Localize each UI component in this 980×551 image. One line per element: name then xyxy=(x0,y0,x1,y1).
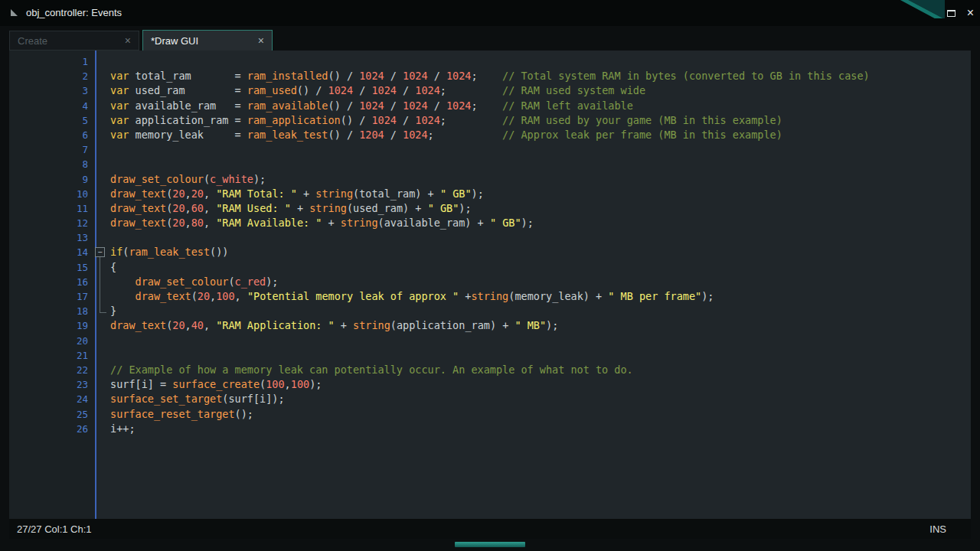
code-line: 15{ xyxy=(9,260,971,275)
code-text[interactable]: // Example of how a memory leak can pote… xyxy=(110,363,633,377)
line-number[interactable]: 22 xyxy=(9,363,90,377)
fold-column xyxy=(90,142,110,157)
code-text[interactable]: surf[i] = surface_create(100,100); xyxy=(110,377,322,392)
line-number[interactable]: 20 xyxy=(9,334,90,348)
fold-column xyxy=(90,172,110,187)
line-number[interactable]: 14 xyxy=(9,245,90,259)
line-number[interactable]: 5 xyxy=(9,113,90,128)
code-text[interactable]: draw_text(20,40, "RAM Application: " + s… xyxy=(110,318,558,333)
fold-column xyxy=(90,377,110,392)
line-number[interactable]: 3 xyxy=(9,83,90,98)
line-number[interactable]: 23 xyxy=(9,377,90,392)
fold-column xyxy=(90,201,110,216)
code-line: 6var memory_leak = ram_leak_test() / 120… xyxy=(9,128,971,142)
insert-mode-indicator: INS xyxy=(929,523,946,535)
code-line: 5var application_ram = ram_application()… xyxy=(9,113,971,128)
code-line: 16 draw_set_colour(c_red); xyxy=(9,275,971,289)
code-line: 9draw_set_colour(c_white); xyxy=(9,172,971,187)
code-text[interactable]: var memory_leak = ram_leak_test() / 1204… xyxy=(110,128,782,142)
code-text[interactable]: surface_set_target(surf[i]); xyxy=(110,392,285,406)
code-text[interactable]: draw_text(20,60, "RAM Used: " + string(u… xyxy=(110,201,472,216)
maximize-button[interactable] xyxy=(946,7,958,19)
tab-strip: Create × *Draw GUI × xyxy=(9,30,971,51)
code-text[interactable]: draw_text(20,80, "RAM Available: " + str… xyxy=(110,216,534,230)
code-text[interactable]: draw_text(20,20, "RAM Total: " + string(… xyxy=(110,187,484,201)
fold-column xyxy=(90,69,110,83)
code-text[interactable]: draw_set_colour(c_red); xyxy=(110,275,278,289)
gamemaker-window: obj_controller: Events × Create × *Draw … xyxy=(0,0,980,551)
fold-column xyxy=(90,187,110,201)
code-text[interactable]: var total_ram = ram_installed() / 1024 /… xyxy=(110,69,870,83)
code-text[interactable]: if(ram_leak_test()) xyxy=(110,245,228,259)
title-bar: obj_controller: Events × xyxy=(0,0,980,26)
code-text[interactable]: { xyxy=(110,260,116,275)
code-line: 2var total_ram = ram_installed() / 1024 … xyxy=(9,69,971,83)
line-number[interactable]: 21 xyxy=(9,348,90,363)
line-number[interactable]: 25 xyxy=(9,407,90,422)
code-text[interactable]: draw_set_colour(c_white); xyxy=(110,172,266,187)
tab-label: Create xyxy=(18,35,120,47)
fold-column xyxy=(90,230,110,245)
code-text[interactable]: var available_ram = ram_available() / 10… xyxy=(110,99,633,113)
code-line: 24surface_set_target(surf[i]); xyxy=(9,392,971,406)
code-text[interactable]: surface_reset_target(); xyxy=(110,407,253,422)
fold-collapse-icon[interactable]: − xyxy=(95,247,105,257)
tab-draw-gui[interactable]: *Draw GUI × xyxy=(142,30,273,51)
code-line: 11draw_text(20,60, "RAM Used: " + string… xyxy=(9,201,971,216)
line-number[interactable]: 10 xyxy=(9,187,90,201)
line-number[interactable]: 9 xyxy=(9,172,90,187)
line-number[interactable]: 2 xyxy=(9,69,90,83)
code-line: 23surf[i] = surface_create(100,100); xyxy=(9,377,971,392)
fold-column xyxy=(90,128,110,142)
fold-column xyxy=(90,260,110,275)
maximize-icon xyxy=(947,10,956,17)
fold-column: − xyxy=(90,245,110,259)
code-line: 3var used_ram = ram_used() / 1024 / 1024… xyxy=(9,83,971,98)
fold-column xyxy=(90,407,110,422)
code-line: 20 xyxy=(9,334,971,348)
fold-column xyxy=(90,99,110,113)
line-number[interactable]: 17 xyxy=(9,289,90,304)
fold-column xyxy=(90,348,110,363)
code-line: 1 xyxy=(9,54,971,69)
code-text[interactable]: var used_ram = ram_used() / 1024 / 1024 … xyxy=(110,83,645,98)
line-number[interactable]: 18 xyxy=(9,304,90,318)
tab-close-icon[interactable]: × xyxy=(120,35,131,46)
code-text[interactable]: draw_text(20,100, "Potential memory leak… xyxy=(110,289,714,304)
code-text[interactable]: i++; xyxy=(110,422,136,436)
line-number[interactable]: 1 xyxy=(9,54,90,69)
corner-decoration-icon xyxy=(891,0,945,18)
fold-column xyxy=(90,422,110,436)
code-line: 10draw_text(20,20, "RAM Total: " + strin… xyxy=(9,187,971,201)
line-number[interactable]: 16 xyxy=(9,275,90,289)
line-number[interactable]: 15 xyxy=(9,260,90,275)
window-controls: × xyxy=(946,0,974,26)
horizontal-scrollbar-thumb[interactable] xyxy=(455,542,525,547)
line-number[interactable]: 24 xyxy=(9,392,90,406)
line-number[interactable]: 11 xyxy=(9,201,90,216)
fold-column xyxy=(90,54,110,69)
line-number[interactable]: 7 xyxy=(9,142,90,157)
line-number[interactable]: 6 xyxy=(9,128,90,142)
line-number[interactable]: 26 xyxy=(9,422,90,436)
line-number[interactable]: 4 xyxy=(9,99,90,113)
line-number[interactable]: 19 xyxy=(9,318,90,333)
code-line: 4var available_ram = ram_available() / 1… xyxy=(9,99,971,113)
window-title: obj_controller: Events xyxy=(26,0,122,26)
line-number[interactable]: 12 xyxy=(9,216,90,230)
close-button[interactable]: × xyxy=(967,7,974,19)
fold-column xyxy=(90,157,110,171)
tab-close-icon[interactable]: × xyxy=(253,35,264,46)
line-number[interactable]: 8 xyxy=(9,157,90,171)
code-line: 22// Example of how a memory leak can po… xyxy=(9,363,971,377)
code-text[interactable]: } xyxy=(110,304,116,318)
line-number[interactable]: 13 xyxy=(9,230,90,245)
dock-triangle-icon[interactable] xyxy=(11,9,18,16)
code-text[interactable]: var application_ram = ram_application() … xyxy=(110,113,782,128)
cursor-position: 27/27 Col:1 Ch:1 xyxy=(17,523,92,535)
code-line: 8 xyxy=(9,157,971,171)
code-editor: 12var total_ram = ram_installed() / 1024… xyxy=(9,51,971,519)
fold-column xyxy=(90,304,110,318)
fold-column xyxy=(90,318,110,333)
tab-create[interactable]: Create × xyxy=(9,31,139,51)
